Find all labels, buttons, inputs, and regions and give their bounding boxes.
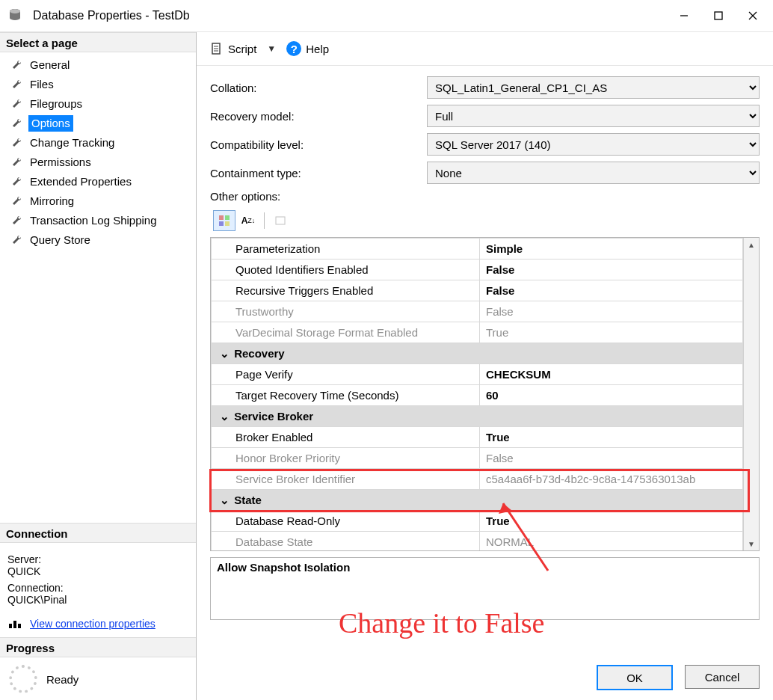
group-state[interactable]: ⌄ State (212, 490, 743, 511)
collation-select[interactable]: SQL_Latin1_General_CP1_CI_AS (427, 76, 760, 99)
sidebar-item-files[interactable]: Files (0, 75, 196, 94)
option-key: Broker Enabled (212, 427, 480, 448)
option-value[interactable]: False (480, 448, 743, 469)
maximize-button[interactable] (701, 4, 736, 27)
progress-spinner-icon (9, 665, 37, 693)
titlebar: Database Properties - TestDb (0, 0, 773, 32)
sidebar-item-label: Permissions (28, 154, 93, 171)
dialog-buttons: OK Cancel (597, 665, 760, 690)
sidebar-item-extended-properties[interactable]: Extended Properties (0, 172, 196, 191)
recovery-select[interactable]: Full (427, 105, 760, 127)
option-row[interactable]: Target Recovery Time (Seconds)60 (212, 385, 743, 406)
sidebar-item-general[interactable]: General (0, 55, 196, 75)
option-value[interactable]: False (480, 260, 743, 280)
option-key: Page Verify (212, 364, 480, 385)
option-row[interactable]: VarDecimal Storage Format EnabledTrue (212, 322, 743, 343)
sidebar-item-filegroups[interactable]: Filegroups (0, 94, 196, 114)
svg-rect-11 (225, 215, 230, 220)
option-row[interactable]: Database StateNORMAL (212, 532, 743, 552)
svg-rect-12 (219, 221, 224, 226)
option-value[interactable]: True (480, 511, 743, 532)
wrench-icon (10, 234, 22, 246)
svg-point-1 (10, 9, 20, 13)
other-options-label: Other options: (210, 190, 427, 203)
minimize-button[interactable] (667, 4, 701, 27)
sidebar-item-label: General (28, 57, 71, 73)
option-value[interactable]: c5a4aa6f-b73d-4b2c-9c8a-1475363013ab (480, 469, 743, 490)
option-value[interactable]: NORMAL (480, 532, 743, 552)
toolbar: Script ▼ ? Help (197, 32, 773, 66)
compat-select[interactable]: SQL Server 2017 (140) (427, 133, 760, 156)
progress-panel: Ready (0, 657, 196, 700)
option-value[interactable]: True (480, 427, 743, 448)
description-panel: Allow Snapshot Isolation (210, 557, 760, 620)
sidebar-item-label: Filegroups (28, 96, 84, 112)
option-row[interactable]: TrustworthyFalse (212, 301, 743, 322)
help-icon: ? (286, 41, 301, 56)
option-row[interactable]: Recursive Triggers EnabledFalse (212, 280, 743, 301)
sidebar-item-query-store[interactable]: Query Store (0, 230, 196, 250)
option-key: Target Recovery Time (Seconds) (212, 385, 480, 406)
option-row[interactable]: Broker EnabledTrue (212, 427, 743, 448)
sidebar-item-change-tracking[interactable]: Change Tracking (0, 133, 196, 153)
form-area: Collation: SQL_Latin1_General_CP1_CI_AS … (197, 66, 773, 237)
option-key: Recursive Triggers Enabled (212, 280, 480, 301)
option-value[interactable]: CHECKSUM (480, 364, 743, 385)
alphabetical-button[interactable]: AZ↓ (237, 210, 259, 231)
option-value[interactable]: False (480, 301, 743, 322)
wrench-icon (10, 79, 22, 90)
svg-rect-10 (219, 215, 224, 220)
sidebar-item-label: Extended Properties (28, 174, 133, 190)
separator (264, 212, 265, 229)
option-key: Service Broker Identifier (212, 469, 480, 490)
compat-label: Compatibility level: (210, 138, 427, 151)
option-value[interactable]: False (480, 280, 743, 301)
sidebar-header: Select a page (0, 32, 196, 52)
option-value[interactable]: Simple (480, 239, 743, 260)
help-button[interactable]: ? Help (283, 40, 332, 58)
sidebar: Select a page GeneralFilesFilegroupsOpti… (0, 32, 197, 700)
sidebar-item-options[interactable]: Options (0, 114, 196, 133)
wrench-icon (10, 137, 22, 149)
scroll-down-icon[interactable]: ▼ (744, 537, 759, 550)
sidebar-item-mirroring[interactable]: Mirroring (0, 191, 196, 211)
svg-rect-3 (715, 12, 722, 19)
option-row[interactable]: ParameterizationSimple (212, 239, 743, 260)
containment-select[interactable]: None (427, 162, 760, 184)
wrench-icon (10, 117, 22, 129)
ok-button[interactable]: OK (597, 665, 673, 690)
option-row[interactable]: Service Broker Identifierc5a4aa6f-b73d-4… (212, 469, 743, 490)
option-value[interactable]: 60 (480, 385, 743, 406)
content: Script ▼ ? Help Collation: SQL_Latin1_Ge… (197, 32, 773, 700)
option-row[interactable]: Page VerifyCHECKSUM (212, 364, 743, 385)
script-button[interactable]: Script (207, 40, 259, 57)
scroll-up-icon[interactable]: ▲ (744, 238, 759, 251)
view-connection-properties-link[interactable]: View connection properties (7, 618, 188, 630)
connection-value: QUICK\Pinal (7, 594, 188, 606)
group-service-broker[interactable]: ⌄ Service Broker (212, 406, 743, 427)
scrollbar[interactable]: ▲ ▼ (743, 238, 759, 550)
sidebar-item-transaction-log-shipping[interactable]: Transaction Log Shipping (0, 211, 196, 230)
close-button[interactable] (736, 4, 770, 27)
server-value: QUICK (7, 565, 188, 577)
wrench-icon (10, 98, 22, 110)
option-row[interactable]: Honor Broker PriorityFalse (212, 448, 743, 469)
connection-icon (7, 618, 22, 630)
svg-rect-13 (225, 221, 230, 226)
categorized-button[interactable] (213, 210, 235, 231)
option-key: Trustworthy (212, 301, 480, 322)
option-row[interactable]: Database Read-OnlyTrue (212, 511, 743, 532)
property-pages-button[interactable] (269, 210, 292, 231)
app-icon (6, 7, 24, 25)
sidebar-nav: GeneralFilesFilegroupsOptionsChange Trac… (0, 52, 196, 250)
script-dropdown-icon[interactable]: ▼ (267, 43, 276, 54)
sidebar-item-permissions[interactable]: Permissions (0, 153, 196, 172)
options-toolbar: AZ↓ (210, 209, 760, 234)
svg-rect-14 (276, 217, 285, 224)
option-key: Parameterization (212, 239, 480, 260)
option-row[interactable]: Quoted Identifiers EnabledFalse (212, 260, 743, 280)
cancel-button[interactable]: Cancel (685, 665, 760, 689)
option-value[interactable]: True (480, 322, 743, 343)
group-recovery[interactable]: ⌄ Recovery (212, 343, 743, 364)
option-key: Database Read-Only (212, 511, 480, 532)
